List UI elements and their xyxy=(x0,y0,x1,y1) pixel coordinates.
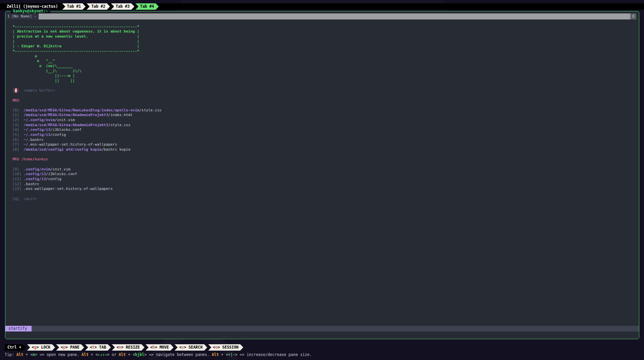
keybar-item-pane[interactable]: <p> PANE xyxy=(56,344,84,351)
vim-tab-label[interactable]: 1 [No Name] - xyxy=(5,13,39,19)
buffer-text: | precise at a new semantic level. | xyxy=(8,34,139,39)
keybar-item-lock[interactable]: <g> LOCK xyxy=(27,344,55,351)
vim-command-line xyxy=(5,331,639,339)
vim-content: *---------------------------------------… xyxy=(5,19,639,326)
tab-tab-2[interactable]: Tab #2 xyxy=(87,3,110,10)
keybar-text: < xyxy=(61,345,63,350)
vim-statusline: startify xyxy=(5,326,639,331)
buffer-text: o xyxy=(8,54,37,58)
tip-text: Tip: xyxy=(5,352,16,357)
zellij-keybind-bar: Ctrl + <g> LOCK<p> PANE<t> TAB<n> RESIZE… xyxy=(5,344,243,351)
buffer-text: [12] xyxy=(8,182,24,186)
buffer-text: /i3blocks.conf xyxy=(50,127,82,132)
buffer-text: [0] xyxy=(8,108,24,112)
buffer-text: *---------------------------------------… xyxy=(8,24,139,29)
keybar-text: > TAB xyxy=(94,345,106,350)
buffer-text: /media/ssd/MEGA/Gitea/NewLukasBlog/index… xyxy=(24,108,139,112)
keybar-item-session[interactable]: <o> SESSION xyxy=(208,344,243,351)
tip-text: > => increase/decrease pane size. xyxy=(235,352,312,357)
buffer-text: ||----w | xyxy=(8,73,75,78)
buffer-text: .bashrc xyxy=(24,182,39,186)
tip-text: > => open new pane. xyxy=(35,352,81,357)
tip-text: n xyxy=(33,352,35,357)
buffer-text: /media/ssd/configi atd/config kopie xyxy=(24,147,101,152)
keybar-text: > PANE xyxy=(66,345,80,350)
buffer-text: /style.css xyxy=(108,123,130,127)
keybar-text: > SESSION xyxy=(218,345,239,350)
buffer-text: ~/.config/nvim xyxy=(24,118,55,122)
buffer-text: [4] xyxy=(8,127,24,132)
keybar-text: < xyxy=(117,345,119,350)
keybar-text: > MOVE xyxy=(155,345,169,350)
tip-text: Alt xyxy=(119,352,126,357)
keybar-text: n xyxy=(119,345,121,350)
buffer-text: .eos-wallpaper-set.history-of-wallpapers xyxy=(24,187,113,191)
tab-tab-3[interactable]: Tab #3 xyxy=(111,3,134,10)
buffer-text: [5] xyxy=(8,133,24,137)
buffer-text: [1] xyxy=(8,113,24,117)
keybar-text: > SEARCH xyxy=(184,345,202,350)
keybar-text: p xyxy=(63,345,66,350)
vim-tabline-fill xyxy=(39,13,630,19)
buffer-text: [q] xyxy=(8,197,24,201)
tip-text: Alt xyxy=(212,352,219,357)
tip-text: + < xyxy=(23,352,33,357)
buffer-text: [11] xyxy=(8,177,24,181)
keybar-item-tab[interactable]: <t> TAB xyxy=(85,344,111,351)
buffer-text: [7] xyxy=(8,142,24,147)
vim-tabline: 1 [No Name] - X xyxy=(5,13,639,19)
buffer-text: ~/ xyxy=(24,138,28,142)
buffer-text: /init.vim xyxy=(50,167,71,171)
buffer-text: .config/nvim xyxy=(24,167,50,171)
buffer-text: ~/.config/i3 xyxy=(24,127,50,132)
tip-text: + < xyxy=(219,352,228,357)
zellij-tab-bar: Zellij (joyous-cactus) Tab #1Tab #2Tab #… xyxy=(0,3,644,10)
buffer-text: [2] xyxy=(8,118,24,122)
keybar-modifier: Ctrl + xyxy=(5,344,26,351)
tip-text: > or xyxy=(107,352,119,357)
tip-text: + < xyxy=(88,352,98,357)
tab-list: Tab #1Tab #2Tab #3Tab #4 xyxy=(61,3,159,10)
tip-text: ←↓↑→ xyxy=(98,352,107,357)
buffer-text: .config/i3 xyxy=(24,172,46,176)
buffer-text: | Abstraction is not about vagueness, it… xyxy=(8,29,139,34)
keybar-item-search[interactable]: <s> SEARCH xyxy=(175,344,207,351)
buffer-text: (__)\ )\/\ xyxy=(8,69,82,73)
tip-text: hjkl xyxy=(135,352,144,357)
keybar-item-move[interactable]: <h> MOVE xyxy=(145,344,173,351)
buffer-text: [10] xyxy=(8,172,24,176)
tip-text: Alt xyxy=(16,352,24,357)
keybar-text: < xyxy=(213,345,215,350)
tip-text: > => navigate between panes. xyxy=(144,352,212,357)
tip-text: + < xyxy=(126,352,135,357)
buffer-text: *---------------------------------------… xyxy=(8,49,139,53)
tab-close-button[interactable]: X xyxy=(630,13,636,19)
buffer-text: ] xyxy=(17,88,24,93)
keybar-item-resize[interactable]: <n> RESIZE xyxy=(112,344,144,351)
buffer-text: .config/i3 xyxy=(24,177,46,181)
buffer-text: [9] xyxy=(8,167,24,171)
buffer-text: <empty buffer> xyxy=(24,88,55,93)
buffer-text: .bashrc xyxy=(28,138,44,142)
tab-tab-1[interactable]: Tab #1 xyxy=(62,3,86,10)
tip-text: Alt xyxy=(82,352,89,357)
buffer-text: [ xyxy=(8,88,15,93)
buffer-text: ~/ xyxy=(24,142,28,147)
buffer-text: <quit> xyxy=(24,197,37,201)
buffer-text: .eos-wallpaper-set.history-of-wallpapers xyxy=(28,142,117,147)
buffer-text: /style.css xyxy=(139,108,162,112)
keybar-text: < xyxy=(179,345,182,350)
buffer-text: ~/.config/i3 xyxy=(24,133,50,137)
tip-text: | xyxy=(230,352,233,357)
keybar-text: o xyxy=(215,345,218,350)
buffer-text: /init.vim xyxy=(55,118,75,122)
tip-line: Tip: Alt + <n> => open new pane. Alt + <… xyxy=(5,352,312,358)
buffer-text: o (oo)\_______ xyxy=(8,64,73,68)
buffer-text: | | xyxy=(8,39,139,44)
buffer-text: MRU /home/kankys xyxy=(8,157,48,161)
tab-tab-4[interactable]: Tab #4 xyxy=(135,3,159,10)
terminal-pane[interactable]: kankys@skynet:~ 1 [No Name] - X *-------… xyxy=(5,11,639,339)
buffer-text: [3] xyxy=(8,123,24,127)
buffer-text: [13] xyxy=(8,187,24,191)
startify-buffer[interactable]: *---------------------------------------… xyxy=(5,19,639,201)
